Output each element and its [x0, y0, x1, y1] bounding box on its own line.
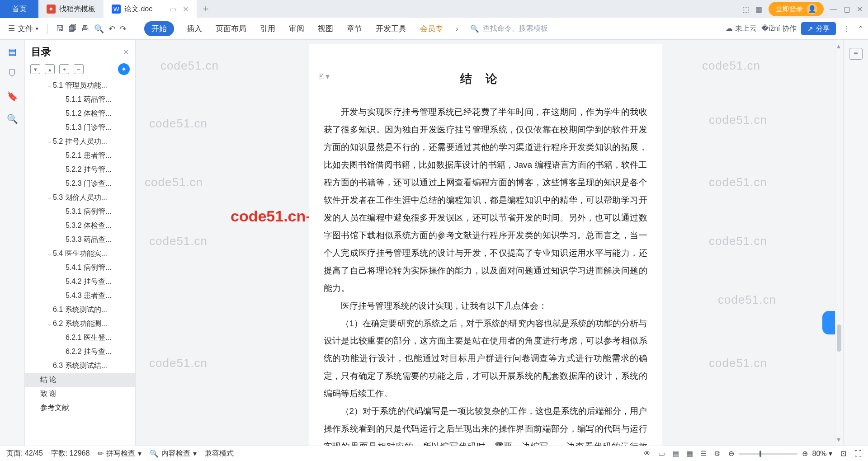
outline-item[interactable]: 5.1.3 门诊管... — [25, 121, 135, 135]
outline-item[interactable]: 参考文献 — [25, 401, 135, 415]
right-rail-toggle-icon[interactable]: ≡ — [849, 48, 863, 60]
ribbon-tab-insert[interactable]: 插入 — [186, 22, 203, 36]
expand-all-icon[interactable]: ▴ — [45, 64, 55, 74]
close-icon[interactable]: ✕ — [857, 5, 863, 14]
layout-icon[interactable]: ⬚ — [742, 5, 749, 14]
collapse-all-icon[interactable]: ▾ — [30, 64, 40, 74]
chevron-down-icon[interactable]: ⌄ — [46, 139, 53, 145]
doc-paragraph: （2）对于系统的代码编写是一项比较复杂的工作，这也是系统的后端部分，用户操作系统… — [324, 403, 647, 446]
view-outline-icon[interactable]: ☰ — [700, 449, 707, 458]
outline-item[interactable]: ⌄5.3 划价人员功... — [25, 191, 135, 205]
outline-label: 5.4.1 病例管... — [66, 263, 111, 273]
fit-page-icon[interactable]: ⊡ — [840, 449, 846, 458]
ribbon-tab-review[interactable]: 审阅 — [288, 22, 305, 36]
login-button[interactable]: 立即登录 👤 — [769, 2, 824, 16]
tab-templates[interactable]: ✦ 找稻壳模板 — [38, 0, 104, 18]
side-handle[interactable] — [822, 311, 835, 334]
fullscreen-icon[interactable]: ⛶ — [854, 450, 862, 458]
view-settings-icon[interactable]: ⚙ — [714, 449, 720, 458]
cloud-status[interactable]: ☁ 未上云 — [726, 24, 756, 33]
ribbon-tab-dev[interactable]: 开发工具 — [375, 22, 407, 36]
rail-bookmark-icon[interactable]: ⛉ — [8, 69, 17, 79]
view-web-icon[interactable]: ▦ — [686, 449, 693, 458]
outline-item[interactable]: 5.1.2 体检管... — [25, 107, 135, 121]
outline-item[interactable]: 6.3 系统测试结... — [25, 359, 135, 373]
ribbon-more-icon[interactable]: › — [456, 24, 458, 33]
tab-close-icon[interactable]: ✕ — [183, 5, 189, 14]
file-menu[interactable]: ☰ 文件 ▾ — [5, 24, 42, 34]
outline-item[interactable]: ⌄5.1 管理员功能... — [25, 79, 135, 93]
page-indicator[interactable]: 页面: 42/45 — [6, 449, 43, 458]
outline-item[interactable]: 致 谢 — [25, 387, 135, 401]
ribbon-tab-section[interactable]: 章节 — [346, 22, 363, 36]
document-viewport[interactable]: code51.cn code51.cn code51.cn code51.cn … — [136, 40, 835, 446]
chevron-down-icon[interactable]: ⌄ — [46, 83, 53, 89]
zoom-level[interactable]: 80% ▾ — [812, 449, 832, 458]
tab-document[interactable]: W 论文.doc ▭ ✕ — [104, 0, 197, 18]
apps-icon[interactable]: ▦ — [755, 5, 762, 14]
kebab-icon[interactable]: ⋮ — [840, 24, 853, 33]
view-reading-icon[interactable]: ▭ — [658, 449, 665, 458]
outline-item[interactable]: 5.3.2 体检查... — [25, 219, 135, 233]
minimize-icon[interactable]: — — [830, 5, 837, 13]
outline-item[interactable]: ⌄5.2 挂号人员功... — [25, 135, 135, 149]
outline-item[interactable]: 5.4.2 挂号查... — [25, 275, 135, 289]
content-check-button[interactable]: 🔍 内容检查 ▾ — [150, 449, 197, 458]
chevron-down-icon[interactable]: ⌄ — [46, 251, 53, 257]
outline-item[interactable]: 6.2.1 医生登... — [25, 331, 135, 345]
outline-item[interactable]: 5.2.3 门诊查... — [25, 177, 135, 191]
print-icon[interactable]: 🖶 — [81, 24, 90, 33]
save-icon[interactable]: 🖫 — [56, 24, 64, 33]
ribbon-tab-start[interactable]: 开始 — [144, 21, 174, 36]
outline-item[interactable]: 5.2.2 挂号管... — [25, 163, 135, 177]
zoom-out-icon[interactable]: ⊖ — [728, 449, 734, 458]
collapse-ribbon-icon[interactable]: ⌃ — [858, 24, 863, 33]
ai-assist-icon[interactable]: ✦ — [118, 63, 130, 75]
page-options-icon[interactable]: 🗎▾ — [317, 71, 330, 81]
scroll-up-icon[interactable]: ▴ — [837, 42, 840, 50]
remove-heading-icon[interactable]: − — [74, 64, 84, 74]
outline-item[interactable]: 5.4.1 病例管... — [25, 261, 135, 275]
outline-item[interactable]: 5.3.1 病例管... — [25, 205, 135, 219]
ribbon-tab-reference[interactable]: 引用 — [259, 22, 276, 36]
view-eye-icon[interactable]: 👁 — [644, 450, 651, 458]
save-as-icon[interactable]: 🗐 — [69, 24, 77, 33]
outline-item[interactable]: ⌄5.4 医生功能实... — [25, 247, 135, 261]
share-button[interactable]: ↗ 分享 — [801, 22, 836, 35]
spellcheck-button[interactable]: ✏ 拼写检查 ▾ — [98, 449, 142, 458]
tab-window-icon[interactable]: ▭ — [170, 5, 176, 14]
zoom-in-icon[interactable]: ⊕ — [802, 449, 808, 458]
command-search[interactable]: 🔍 查找命令、搜索模板 — [470, 24, 548, 33]
rail-outline-icon[interactable]: ▤ — [8, 46, 17, 57]
tab-home[interactable]: 首页 — [0, 0, 38, 18]
outline-item[interactable]: 6.2.2 挂号查... — [25, 345, 135, 359]
print-preview-icon[interactable]: 🔍 — [94, 24, 104, 34]
undo-icon[interactable]: ↶ — [108, 24, 115, 34]
collab-button[interactable]: �ížní 协作 — [761, 24, 797, 33]
word-count[interactable]: 字数: 12968 — [51, 449, 90, 458]
maximize-icon[interactable]: ▢ — [844, 5, 850, 14]
view-page-icon[interactable]: ▤ — [672, 449, 679, 458]
scrollbar-vertical[interactable]: ▴ ▾ — [835, 40, 843, 446]
ribbon-tab-view[interactable]: 视图 — [317, 22, 334, 36]
outline-item[interactable]: 5.2.1 患者管... — [25, 149, 135, 163]
rail-search-icon[interactable]: 🔍 — [7, 113, 18, 124]
add-heading-icon[interactable]: + — [59, 64, 69, 74]
rail-ribbon-icon[interactable]: 🔖 — [7, 91, 18, 102]
outline-item[interactable]: 5.1.1 药品管... — [25, 93, 135, 107]
chevron-down-icon[interactable]: ⌄ — [46, 195, 53, 201]
outline-item[interactable]: 5.4.3 患者查... — [25, 289, 135, 303]
close-panel-icon[interactable]: ✕ — [123, 48, 129, 56]
zoom-slider[interactable] — [739, 453, 797, 455]
ribbon-tab-layout[interactable]: 页面布局 — [215, 22, 247, 36]
chevron-down-icon[interactable]: ⌄ — [46, 321, 53, 327]
outline-item[interactable]: 结 论 — [25, 373, 135, 387]
scroll-down-icon[interactable]: ▾ — [837, 435, 840, 444]
redo-icon[interactable]: ↷ — [120, 24, 127, 34]
outline-item[interactable]: ⌄6.2 系统功能测... — [25, 317, 135, 331]
outline-item[interactable]: 6.1 系统测试的... — [25, 303, 135, 317]
ribbon-tab-member[interactable]: 会员专 — [419, 22, 444, 36]
scrollbar-thumb[interactable] — [837, 325, 841, 352]
outline-item[interactable]: 5.3.3 药品查... — [25, 233, 135, 247]
add-tab-button[interactable]: + — [197, 0, 215, 18]
